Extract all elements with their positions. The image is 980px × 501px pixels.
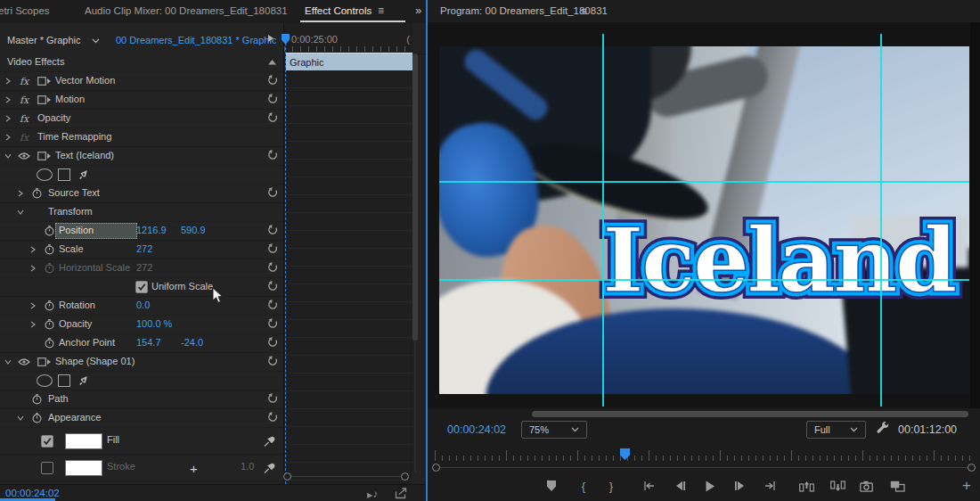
effect-controls-timeline[interactable]: 0:00:25:00 ( Graphic: [283, 23, 412, 484]
rectangle-tool-icon[interactable]: [58, 168, 70, 181]
ellipse-tool-icon[interactable]: [37, 374, 53, 387]
chevron-right-icon[interactable]: [5, 115, 11, 122]
group-row-appearance[interactable]: Appearance: [0, 409, 283, 428]
reset-icon[interactable]: [267, 337, 278, 348]
stopwatch-icon[interactable]: [32, 413, 42, 424]
effect-row-shape[interactable]: Shape (Shape 01): [0, 353, 283, 372]
chevron-down-icon[interactable]: [17, 415, 24, 421]
stroke-color-swatch[interactable]: [65, 460, 102, 476]
param-row-stroke[interactable]: Stroke + 1.0: [0, 455, 283, 481]
comparison-view-button[interactable]: [888, 479, 906, 493]
export-icon[interactable]: [395, 488, 408, 499]
param-row-fill[interactable]: Fill: [0, 428, 283, 455]
fill-color-swatch[interactable]: [65, 433, 102, 449]
guide-horizontal-top[interactable]: [439, 181, 969, 183]
reset-icon[interactable]: [267, 281, 278, 292]
stopwatch-icon[interactable]: [45, 226, 54, 237]
rectangle-tool-icon[interactable]: [58, 374, 70, 387]
effect-row-motion[interactable]: fx Motion: [0, 91, 283, 110]
fx-badge-icon[interactable]: fx: [20, 113, 29, 125]
pen-tool-icon[interactable]: [78, 169, 90, 181]
zoom-level-select[interactable]: 75%: [521, 421, 587, 439]
fx-badge-icon[interactable]: fx: [20, 94, 29, 106]
effect-row-time-remapping[interactable]: fx Time Remapping: [0, 128, 283, 147]
button-editor-button[interactable]: +: [958, 479, 976, 493]
chevron-right-icon[interactable]: [30, 321, 36, 328]
playback-resolution-select[interactable]: Full: [806, 421, 866, 439]
param-row-path[interactable]: Path: [0, 390, 283, 409]
eyedropper-icon[interactable]: [264, 462, 275, 473]
reset-icon[interactable]: [267, 412, 278, 423]
checkbox-checked-icon[interactable]: [135, 281, 148, 293]
current-timecode[interactable]: 00:00:24:02: [5, 488, 60, 498]
param-row-scale[interactable]: Scale 272: [0, 241, 283, 259]
checkbox-unchecked-icon[interactable]: [41, 462, 53, 474]
chevron-right-icon[interactable]: [18, 190, 23, 197]
reset-icon[interactable]: [267, 300, 278, 310]
eye-icon[interactable]: [18, 358, 30, 366]
step-forward-button[interactable]: [731, 479, 748, 493]
guide-vertical-left[interactable]: [602, 34, 604, 407]
reset-icon[interactable]: [267, 187, 278, 198]
reset-icon[interactable]: [267, 243, 278, 254]
anchor-x-value[interactable]: 154.7: [136, 337, 161, 348]
program-viewer[interactable]: Iceland Iceland Iceland: [428, 22, 980, 408]
stopwatch-icon[interactable]: [32, 188, 42, 200]
program-horizontal-scrollbar[interactable]: [532, 411, 968, 417]
mark-in-button[interactable]: {: [575, 479, 592, 493]
scale-value[interactable]: 272: [136, 243, 152, 254]
title-overlay[interactable]: Iceland Iceland Iceland: [602, 216, 880, 314]
reset-icon[interactable]: [267, 94, 278, 104]
param-row-horizontal-scale[interactable]: Horizontal Scale 272: [0, 259, 283, 278]
video-effects-header[interactable]: Video Effects: [0, 53, 283, 72]
tab-overflow-icon[interactable]: »: [415, 4, 421, 17]
param-row-uniform-scale[interactable]: Uniform Scale: [0, 278, 283, 297]
arrow-right-icon[interactable]: [267, 34, 274, 43]
eyedropper-icon[interactable]: [264, 435, 275, 447]
program-current-timecode[interactable]: 00:00:24:02: [447, 423, 506, 436]
effect-row-text-iceland[interactable]: Text (Iceland): [0, 147, 283, 166]
stopwatch-icon[interactable]: [45, 244, 54, 256]
go-to-out-button[interactable]: [762, 479, 780, 493]
chevron-right-icon[interactable]: [5, 78, 11, 85]
tab-audio-clip-mixer[interactable]: Audio Clip Mixer: 00 Dreamers_Edit_18083…: [85, 5, 288, 16]
stroke-width-value[interactable]: 1.0: [241, 461, 254, 472]
param-row-rotation[interactable]: Rotation 0.0: [0, 297, 283, 316]
reset-icon[interactable]: [267, 225, 278, 235]
chevron-right-icon[interactable]: [30, 302, 36, 309]
add-stroke-icon[interactable]: +: [190, 460, 198, 475]
zoom-handle-left[interactable]: [432, 464, 440, 472]
anchor-y-value[interactable]: -24.0: [181, 337, 203, 348]
program-zoom-bar[interactable]: [438, 467, 969, 468]
play-audio-icon[interactable]: ▶♪: [367, 488, 378, 500]
program-time-ruler[interactable]: [435, 448, 973, 462]
reset-icon[interactable]: [267, 356, 278, 366]
guide-horizontal-bottom[interactable]: [439, 279, 969, 281]
position-y-value[interactable]: 590.9: [181, 225, 206, 235]
lift-button[interactable]: [797, 479, 815, 493]
reset-icon[interactable]: [267, 393, 278, 404]
zoom-handle-left[interactable]: [283, 472, 291, 480]
group-row-transform[interactable]: Transform: [0, 203, 283, 222]
mark-out-button[interactable]: }: [602, 479, 620, 493]
stopwatch-icon[interactable]: [45, 300, 54, 312]
master-clip-selector[interactable]: Master * Graphic: [7, 35, 81, 45]
panel-menu-icon[interactable]: ≡: [378, 4, 384, 17]
reset-icon[interactable]: [267, 262, 278, 273]
param-row-text-opacity[interactable]: Opacity 100.0 %: [0, 316, 283, 334]
position-x-value[interactable]: 1216.9: [136, 225, 167, 235]
export-frame-button[interactable]: [857, 479, 875, 493]
stopwatch-icon[interactable]: [45, 338, 54, 349]
chevron-right-icon[interactable]: [30, 246, 36, 253]
checkbox-checked-icon[interactable]: [41, 435, 53, 448]
sequence-clip-name[interactable]: 00 Dreamers_Edit_180831 * Graphic: [116, 35, 276, 45]
chevron-down-icon[interactable]: [4, 153, 12, 159]
effect-row-vector-motion[interactable]: fx Vector Motion: [0, 72, 283, 91]
chevron-down-icon[interactable]: [92, 38, 100, 44]
param-row-anchor-point[interactable]: Anchor Point 154.7 -24.0: [0, 334, 283, 353]
chevron-right-icon[interactable]: [5, 96, 11, 103]
chevron-right-icon[interactable]: [30, 265, 36, 272]
rotation-value[interactable]: 0.0: [136, 300, 150, 310]
ellipse-tool-icon[interactable]: [37, 168, 53, 181]
step-back-button[interactable]: [671, 479, 689, 493]
